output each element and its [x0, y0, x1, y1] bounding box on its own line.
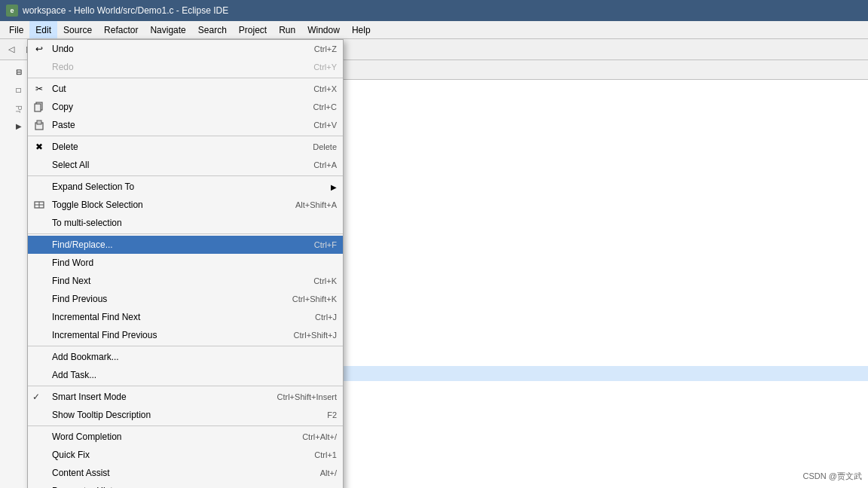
- ctx-sep4: [28, 233, 343, 234]
- tree-arrow[interactable]: ▶: [14, 120, 23, 132]
- ctx-sep5: [28, 346, 343, 346]
- title-text: workspace - Hello World/src/Demo1.c - Ec…: [23, 5, 228, 16]
- project-label: Pr: [14, 99, 23, 113]
- ctx-inc-find-next[interactable]: Incremental Find Next Ctrl+J: [28, 308, 343, 326]
- ctx-param-hints[interactable]: Parameter Hints Alt+?: [28, 482, 343, 488]
- menu-navigate[interactable]: Navigate: [144, 21, 191, 38]
- ctx-redo[interactable]: Redo Ctrl+Y: [28, 58, 343, 76]
- toggle-block-icon: [32, 200, 46, 210]
- menu-help[interactable]: Help: [346, 21, 377, 38]
- ctx-find-replace[interactable]: Find/Replace... Ctrl+F: [28, 236, 343, 254]
- ctx-sep1: [28, 78, 343, 78]
- menu-project[interactable]: Project: [233, 21, 273, 38]
- ctx-inc-find-prev[interactable]: Incremental Find Previous Ctrl+Shift+J: [28, 326, 343, 344]
- title-bar: e workspace - Hello World/src/Demo1.c - …: [0, 0, 868, 21]
- watermark: CSDN @贾文武: [803, 471, 862, 482]
- ctx-to-multi[interactable]: To multi-selection: [28, 214, 343, 232]
- ctx-delete[interactable]: ✖ Delete Delete: [28, 138, 343, 156]
- context-menu: ↩ Undo Ctrl+Z Redo Ctrl+Y ✂ Cut Ctrl+X C…: [27, 39, 344, 488]
- ctx-show-tooltip[interactable]: Show Tooltip Description F2: [28, 406, 343, 424]
- delete-icon: ✖: [32, 142, 46, 152]
- ctx-copy[interactable]: Copy Ctrl+C: [28, 98, 343, 116]
- ctx-add-task[interactable]: Add Task...: [28, 366, 343, 384]
- expand-arrow: ▶: [331, 183, 337, 191]
- app-icon: e: [6, 5, 18, 17]
- ctx-sep3: [28, 175, 343, 176]
- menu-run[interactable]: Run: [273, 21, 301, 38]
- menu-bar: File Edit Source Refactor Navigate Searc…: [0, 21, 868, 39]
- ctx-toggle-block[interactable]: Toggle Block Selection Alt+Shift+A: [28, 196, 343, 214]
- ctx-add-bookmark[interactable]: Add Bookmark...: [28, 348, 343, 366]
- ctx-expand-selection[interactable]: Expand Selection To ▶: [28, 178, 343, 196]
- ctx-quick-fix[interactable]: Quick Fix Ctrl+1: [28, 446, 343, 464]
- menu-refactor[interactable]: Refactor: [98, 21, 144, 38]
- ctx-sep2: [28, 136, 343, 136]
- menu-source[interactable]: Source: [57, 21, 98, 38]
- ctx-undo[interactable]: ↩ Undo Ctrl+Z: [28, 40, 343, 58]
- ctx-smart-insert[interactable]: ✓ Smart Insert Mode Ctrl+Shift+Insert: [28, 388, 343, 406]
- paste-icon: [32, 120, 46, 130]
- menu-search[interactable]: Search: [192, 21, 233, 38]
- ctx-find-prev[interactable]: Find Previous Ctrl+Shift+K: [28, 290, 343, 308]
- ctx-select-all[interactable]: Select All Ctrl+A: [28, 156, 343, 174]
- checkmark-icon: ✓: [32, 392, 40, 402]
- copy-icon: [32, 102, 46, 112]
- svg-rect-1: [35, 104, 41, 111]
- ctx-word-completion[interactable]: Word Completion Ctrl+Alt+/: [28, 428, 343, 446]
- menu-file[interactable]: File: [3, 21, 29, 38]
- ctx-content-assist[interactable]: Content Assist Alt+/: [28, 464, 343, 482]
- menu-edit[interactable]: Edit: [29, 21, 57, 38]
- undo-icon: ↩: [32, 44, 46, 54]
- toolbar-back-btn[interactable]: ◁: [3, 41, 20, 58]
- ctx-cut[interactable]: ✂ Cut Ctrl+X: [28, 80, 343, 98]
- project-tree-item: ▶: [14, 120, 23, 132]
- menu-window[interactable]: Window: [301, 21, 346, 38]
- ctx-paste[interactable]: Paste Ctrl+V: [28, 116, 343, 134]
- ctx-find-next[interactable]: Find Next Ctrl+K: [28, 272, 343, 290]
- ctx-find-word[interactable]: Find Word: [28, 254, 343, 272]
- svg-rect-3: [37, 120, 41, 124]
- ctx-sep6: [28, 386, 343, 386]
- cut-icon: ✂: [32, 84, 46, 94]
- ctx-sep7: [28, 425, 343, 426]
